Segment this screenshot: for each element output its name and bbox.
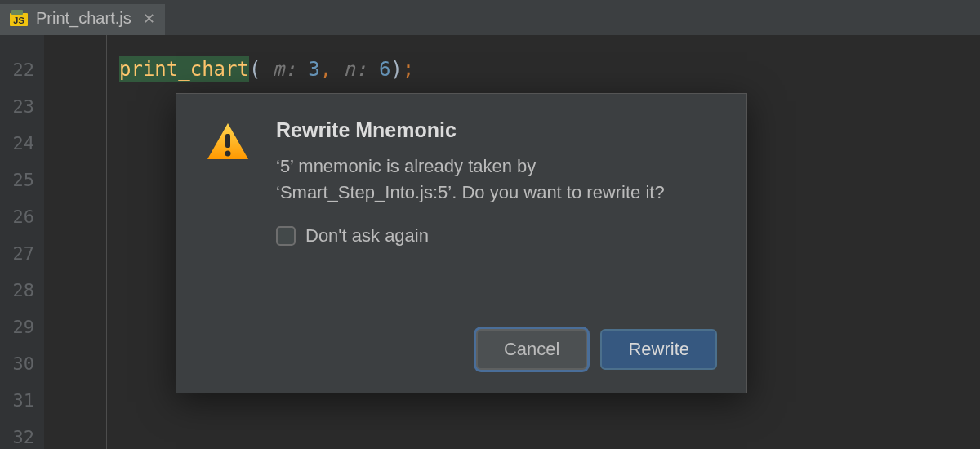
cancel-button[interactable]: Cancel [476,329,587,370]
line-number: 31 [0,382,34,419]
param-hint: n: [332,58,379,81]
arg-value: 6 [379,58,390,81]
dialog-content: Rewrite Mnemonic ‘5’ mnemonic is already… [276,118,717,319]
line-number: 24 [0,125,34,162]
open-paren: ( [249,58,261,81]
line-number: 22 [0,51,34,88]
gutter-divider [106,35,107,449]
code-line: print_chart( m: 3, n: 6); [119,51,980,88]
dialog-title: Rewrite Mnemonic [276,118,717,142]
dialog-body: Rewrite Mnemonic ‘5’ mnemonic is already… [206,118,717,319]
rewrite-button[interactable]: Rewrite [600,329,717,370]
line-number: 29 [0,309,34,345]
line-gutter: 2223242526272829303132 [0,35,44,449]
svg-rect-1 [11,10,23,15]
rewrite-mnemonic-dialog: Rewrite Mnemonic ‘5’ mnemonic is already… [176,93,747,393]
line-number: 28 [0,272,34,309]
close-paren: ) [390,58,402,81]
line-number: 27 [0,235,34,272]
checkbox-label: Don't ask again [305,225,429,247]
close-icon[interactable]: ✕ [143,10,155,28]
line-number: 32 [0,419,34,449]
line-number: 26 [0,198,34,235]
tab-filename: Print_chart.js [36,9,131,28]
js-file-icon: JS [10,10,28,28]
dont-ask-row[interactable]: Don't ask again [276,225,717,247]
line-number: 23 [0,88,34,125]
function-name: print_chart [119,56,249,82]
warning-icon [206,122,250,319]
file-tab[interactable]: JS Print_chart.js ✕ [0,4,165,35]
svg-text:JS: JS [13,16,24,25]
line-number: 30 [0,345,34,382]
param-hint: m: [261,58,308,81]
svg-point-4 [225,151,231,157]
semicolon: ; [403,58,414,81]
dont-ask-checkbox[interactable] [276,226,296,246]
line-number: 25 [0,162,34,198]
svg-rect-3 [225,134,230,148]
dialog-message: ‘5’ mnemonic is already taken by ‘Smart_… [276,153,717,206]
dialog-buttons: Cancel Rewrite [206,329,717,370]
comma: , [320,58,332,81]
tab-bar: JS Print_chart.js ✕ [0,4,980,35]
arg-value: 3 [308,58,319,81]
